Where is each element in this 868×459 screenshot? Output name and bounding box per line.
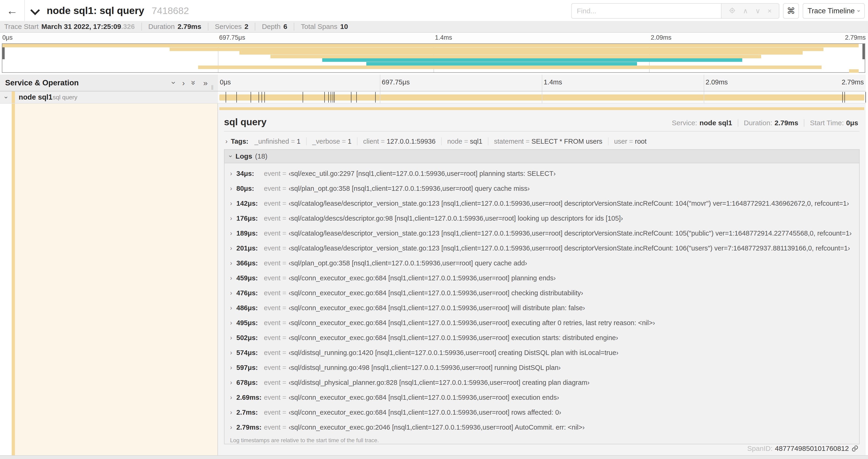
log-row[interactable]: ›597μs:event=‹sql/distsql_running.go:498… bbox=[224, 360, 859, 375]
log-chevron-right-icon[interactable]: › bbox=[230, 349, 232, 356]
log-row[interactable]: ›495μs:event=‹sql/conn_executor_exec.go:… bbox=[224, 315, 859, 330]
log-row[interactable]: ›366μs:event=‹sql/plan_opt.go:358 [nsql1… bbox=[224, 256, 859, 270]
log-equals: = bbox=[282, 244, 286, 252]
log-chevron-right-icon[interactable]: › bbox=[230, 334, 232, 341]
log-row[interactable]: ›502μs:event=‹sql/conn_executor_exec.go:… bbox=[224, 330, 859, 345]
log-row[interactable]: ›2.7ms:event=‹sql/conn_executor_exec.go:… bbox=[224, 405, 859, 420]
log-event-tick bbox=[328, 92, 329, 103]
expand-one-double-chevron-right-icon[interactable]: » bbox=[203, 79, 208, 87]
log-row[interactable]: ›459μs:event=‹sql/conn_executor_exec.go:… bbox=[224, 270, 859, 286]
logs-section: › Logs (18) ›34μs:event=‹sql/exec_util.g… bbox=[224, 149, 860, 444]
log-chevron-right-icon[interactable]: › bbox=[230, 394, 232, 401]
log-row[interactable]: ›2.69ms:event=‹sql/conn_executor_exec.go… bbox=[224, 390, 859, 405]
log-chevron-right-icon[interactable]: › bbox=[230, 185, 232, 192]
tag-item: node=sql1 bbox=[447, 138, 483, 145]
log-chevron-right-icon[interactable]: › bbox=[230, 170, 232, 177]
log-chevron-right-icon[interactable]: › bbox=[230, 289, 232, 297]
tag-value: SELECT * FROM users bbox=[531, 138, 602, 145]
clear-find-close-icon[interactable]: × bbox=[768, 7, 772, 14]
span-row-label[interactable]: › node sql1 sql query bbox=[0, 91, 218, 104]
top-bar: ← node sql1: sql query 7418682 ∧ ∨ × bbox=[0, 0, 868, 21]
log-chevron-right-icon[interactable]: › bbox=[230, 274, 232, 282]
log-chevron-right-icon[interactable]: › bbox=[230, 424, 232, 431]
log-event-key: event bbox=[264, 215, 280, 222]
divider bbox=[294, 23, 294, 31]
span-bar-track[interactable] bbox=[218, 91, 866, 104]
log-event-value: ‹sql/distsql_physical_planner.go:828 [ns… bbox=[289, 379, 590, 387]
tag-key: user bbox=[614, 138, 627, 145]
log-row[interactable]: ›476μs:event=‹sql/conn_executor_exec.go:… bbox=[224, 286, 859, 300]
log-chevron-right-icon[interactable]: › bbox=[230, 215, 232, 222]
minimap-span-bar bbox=[2, 44, 859, 47]
keyboard-shortcuts-button[interactable]: ⌘ bbox=[783, 3, 799, 19]
logs-count: (18) bbox=[255, 152, 268, 160]
log-row[interactable]: ›189μs:event=‹sql/catalog/lease/descript… bbox=[224, 226, 859, 241]
next-match-chevron-down-icon[interactable]: ∨ bbox=[755, 7, 761, 14]
bottom-scroll-strip[interactable] bbox=[0, 455, 868, 459]
span-service-name: node sql1 bbox=[19, 91, 53, 103]
trace-view-dropdown[interactable]: Trace Timeline › bbox=[803, 3, 865, 19]
span-detail-info: Service: node sql1 Duration: 2.79ms Star… bbox=[672, 119, 858, 127]
trace-start-label: Trace Start bbox=[4, 23, 38, 31]
log-row[interactable]: ›80μs:event=‹sql/plan_opt.go:358 [nsql1,… bbox=[224, 181, 859, 196]
log-row[interactable]: ›574μs:event=‹sql/distsql_running.go:142… bbox=[224, 345, 859, 360]
minimap-span-bar bbox=[271, 55, 761, 58]
column-resizer-grip[interactable]: ‖ bbox=[211, 84, 214, 91]
tag-equals: = bbox=[342, 138, 346, 145]
log-chevron-right-icon[interactable]: › bbox=[230, 304, 232, 312]
log-row[interactable]: ›678μs:event=‹sql/distsql_physical_plann… bbox=[224, 375, 859, 390]
tag-item: _unfinished=1 bbox=[254, 138, 301, 145]
log-event-key: event bbox=[264, 244, 280, 252]
ruler-tick-label: 2.79ms bbox=[842, 78, 864, 86]
log-timestamp: 2.7ms: bbox=[236, 408, 261, 416]
log-chevron-right-icon[interactable]: › bbox=[230, 230, 232, 237]
trace-title-chevron[interactable] bbox=[32, 7, 39, 14]
log-chevron-right-icon[interactable]: › bbox=[230, 200, 232, 207]
log-equals: = bbox=[282, 364, 286, 371]
expand-all-double-chevron-down-icon[interactable]: » bbox=[190, 81, 198, 85]
log-equals: = bbox=[282, 259, 286, 267]
log-row[interactable]: ›2.79ms:event=‹sql/conn_executor_exec.go… bbox=[224, 420, 859, 435]
log-equals: = bbox=[282, 334, 286, 342]
find-input[interactable] bbox=[572, 7, 721, 15]
log-row[interactable]: ›201μs:event=‹sql/catalog/lease/descript… bbox=[224, 241, 859, 256]
prev-match-chevron-up-icon[interactable]: ∧ bbox=[743, 7, 748, 14]
span-collapse-chevron-icon[interactable]: › bbox=[3, 96, 10, 98]
tag-equals: = bbox=[464, 138, 468, 145]
log-event-key: event bbox=[264, 274, 280, 282]
collapse-all-chevron-down-icon[interactable]: › bbox=[170, 81, 178, 84]
log-chevron-right-icon[interactable]: › bbox=[230, 364, 232, 371]
log-chevron-right-icon[interactable]: › bbox=[230, 319, 232, 327]
minimap-tick-label: 1.4ms bbox=[435, 34, 452, 41]
find-box[interactable] bbox=[571, 3, 721, 19]
copy-link-icon[interactable] bbox=[851, 445, 859, 452]
tag-equals: = bbox=[629, 138, 633, 145]
span-id-row: SpanID: 4877749850101760812 bbox=[747, 445, 859, 453]
tags-row[interactable]: › Tags: _unfinished=1_verbose=1client=12… bbox=[224, 136, 860, 146]
span-detail-duration-bar bbox=[219, 107, 864, 110]
log-row[interactable]: ›34μs:event=‹sql/exec_util.go:2297 [nsql… bbox=[224, 166, 859, 181]
log-chevron-right-icon[interactable]: › bbox=[230, 245, 232, 252]
log-timestamp: 597μs: bbox=[236, 364, 261, 371]
log-chevron-right-icon[interactable]: › bbox=[230, 260, 232, 267]
detail-left-gutter bbox=[0, 104, 218, 455]
log-row[interactable]: ›176μs:event=‹sql/catalog/descs/descript… bbox=[224, 211, 859, 226]
back-button[interactable]: ← bbox=[0, 0, 25, 21]
minimap-right-drag-handle[interactable] bbox=[862, 44, 865, 59]
log-chevron-right-icon[interactable]: › bbox=[230, 409, 232, 416]
tag-key: client bbox=[363, 138, 379, 145]
trace-start-value: March 31 2022, 17:25:09 bbox=[41, 23, 121, 31]
ruler-gridline bbox=[380, 75, 380, 91]
logs-header[interactable]: › Logs (18) bbox=[224, 150, 859, 163]
logs-footer-note: Log timestamps are relative to the start… bbox=[224, 435, 859, 444]
minimap-viewport[interactable] bbox=[2, 43, 865, 73]
log-event-tick bbox=[351, 92, 351, 103]
collapse-one-chevron-right-icon[interactable]: › bbox=[182, 79, 185, 87]
log-chevron-right-icon[interactable]: › bbox=[230, 379, 232, 386]
log-event-tick bbox=[303, 92, 303, 103]
log-row[interactable]: ›486μs:event=‹sql/conn_executor_exec.go:… bbox=[224, 300, 859, 315]
tag-equals: = bbox=[291, 138, 295, 145]
crosshair-icon[interactable] bbox=[729, 7, 736, 15]
ruler-tick-label: 697.75μs bbox=[382, 78, 410, 86]
log-row[interactable]: ›142μs:event=‹sql/catalog/lease/descript… bbox=[224, 196, 859, 211]
